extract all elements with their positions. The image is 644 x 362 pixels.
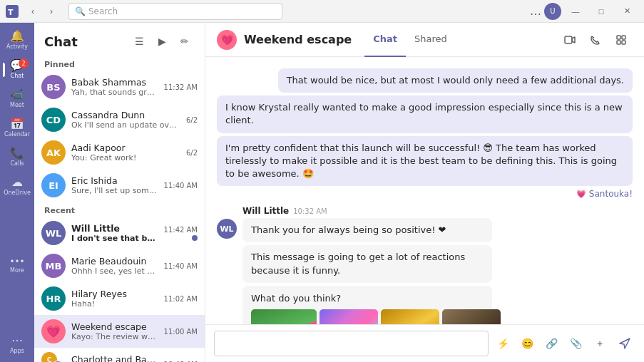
audio-call-header-button[interactable] bbox=[584, 29, 607, 51]
chat-item-weekend[interactable]: 💗 Weekend escape Kayo: The review went r… bbox=[34, 315, 205, 348]
avatar-cassandra: CD bbox=[41, 108, 66, 132]
send-icon bbox=[618, 337, 631, 350]
send-button[interactable] bbox=[614, 333, 635, 354]
sidebar-item-onedrive[interactable]: ☁ OneDrive bbox=[3, 172, 31, 200]
minimize-button[interactable]: — bbox=[564, 4, 587, 19]
chat-item-babak[interactable]: BS Babak Shammas Yah, that sounds great … bbox=[34, 71, 205, 103]
chat-time-eric: 11:40 AM bbox=[164, 182, 198, 190]
sidebar-item-calls[interactable]: 📞 Calls bbox=[3, 143, 31, 171]
apps-icon: ⋯ bbox=[11, 335, 23, 346]
tab-shared-label: Shared bbox=[414, 33, 447, 44]
sidebar-item-chat[interactable]: 💬 Chat 2 bbox=[3, 56, 31, 83]
compose-button[interactable]: ✏ bbox=[175, 31, 195, 51]
chat-item-eric[interactable]: EI Eric Ishida Sure, I'll set up somethi… bbox=[34, 169, 205, 202]
sidebar-item-meet[interactable]: 📹 Meet bbox=[3, 85, 31, 113]
video-call-header-button[interactable] bbox=[558, 29, 581, 51]
image-card: What do you think? bbox=[242, 286, 492, 324]
video-call-button[interactable]: ▶ bbox=[152, 31, 172, 51]
chat-preview-will: I don't see that being an issue, can tak… bbox=[71, 234, 158, 243]
image-thumb-2 bbox=[320, 309, 378, 324]
chat-meta-babak: 11:32 AM bbox=[164, 83, 198, 91]
pinned-section-label: Pinned bbox=[34, 56, 205, 71]
message-input[interactable] bbox=[214, 331, 489, 356]
chat-item-will[interactable]: WL Will Little I don't see that being an… bbox=[34, 217, 205, 249]
chat-time-aadi: 6/2 bbox=[186, 149, 198, 157]
back-button[interactable]: ‹ bbox=[24, 3, 41, 20]
emoji-button[interactable]: 😊 bbox=[517, 333, 537, 353]
chat-preview-aadi: You: Great work! bbox=[71, 153, 180, 162]
maximize-button[interactable]: □ bbox=[590, 4, 613, 19]
search-bar[interactable]: 🔍 Search bbox=[68, 3, 282, 20]
tab-chat[interactable]: Chat bbox=[364, 23, 406, 57]
close-button[interactable]: ✕ bbox=[615, 4, 638, 19]
avatar-hilary: HR bbox=[41, 286, 66, 311]
msg-sender-will: Will Little bbox=[242, 206, 289, 216]
chat-preview-babak: Yah, that sounds great bbox=[71, 88, 158, 97]
chat-time-weekend: 11:00 AM bbox=[164, 328, 198, 336]
more-header-button[interactable] bbox=[610, 29, 633, 51]
svg-rect-6 bbox=[622, 41, 625, 44]
chat-name-babak: Babak Shammas bbox=[71, 77, 158, 88]
chat-preview-eric: Sure, I'll set up something for next wee… bbox=[71, 186, 158, 195]
chat-preview-hilary: Haha! bbox=[71, 299, 158, 309]
sidebar-item-activity[interactable]: 🔔 Activity bbox=[3, 26, 31, 54]
format-button[interactable]: ⚡ bbox=[493, 333, 513, 353]
chat-meta-marie: 11:40 AM bbox=[164, 262, 198, 270]
chat-header-name: Weekend escape bbox=[244, 33, 352, 46]
calls-label: Calls bbox=[10, 160, 24, 167]
chat-list-panel: Chat ☰ ▶ ✏ Pinned BS Babak Shammas Yah, … bbox=[34, 23, 205, 362]
chat-meta-eric: 11:40 AM bbox=[164, 182, 198, 190]
chat-item-marie[interactable]: MB Marie Beaudouin Ohhh I see, yes let m… bbox=[34, 249, 205, 282]
phone-icon bbox=[590, 34, 601, 46]
sidebar-item-calendar[interactable]: 📅 Calendar bbox=[3, 114, 31, 142]
chat-item-hilary[interactable]: HR Hilary Reyes Haha! 11:02 AM bbox=[34, 282, 205, 315]
message-content-will: Will Little 10:32 AM Thank you for alway… bbox=[242, 206, 492, 324]
chat-time-will: 11:42 AM bbox=[164, 226, 198, 234]
message-bubble-will-2: This message is going to get a lot of re… bbox=[242, 245, 492, 282]
chat-time-hilary: 11:02 AM bbox=[164, 295, 198, 303]
avatar-charlotte: C B bbox=[41, 352, 66, 362]
chat-name-will: Will Little bbox=[71, 223, 158, 234]
chat-header: 💗 Weekend escape Chat Shared bbox=[205, 23, 644, 57]
app-body: 🔔 Activity 💬 Chat 2 📹 Meet 📅 Calendar 📞 … bbox=[0, 23, 644, 362]
apps-label: Apps bbox=[10, 348, 24, 354]
unread-indicator-will bbox=[192, 235, 198, 241]
chat-info-will: Will Little I don't see that being an is… bbox=[71, 223, 158, 243]
search-icon: 🔍 bbox=[75, 6, 86, 16]
more-actions-button[interactable]: + bbox=[590, 333, 610, 353]
chat-item-charlotte[interactable]: C B Charlotte and Babak Charlotte: The c… bbox=[34, 348, 205, 362]
chat-header-avatar: 💗 bbox=[217, 30, 237, 50]
chat-info-weekend: Weekend escape Kayo: The review went rea… bbox=[71, 321, 158, 341]
titlebar: T ‹ › 🔍 Search … U — □ ✕ bbox=[0, 0, 644, 23]
meet-label: Meet bbox=[10, 102, 24, 108]
chat-preview-cassandra: Ok I'll send an update over later bbox=[71, 120, 180, 130]
sidebar-item-more[interactable]: ••• More bbox=[3, 253, 31, 278]
more-options-icon[interactable]: … bbox=[530, 4, 541, 18]
onedrive-label: OneDrive bbox=[4, 190, 31, 196]
chat-badge: 2 bbox=[19, 58, 29, 68]
sidebar-item-apps[interactable]: ⋯ Apps bbox=[3, 331, 31, 358]
chat-item-cassandra[interactable]: CD Cassandra Dunn Ok I'll send an update… bbox=[34, 103, 205, 136]
svg-text:T: T bbox=[8, 8, 14, 17]
calendar-label: Calendar bbox=[4, 131, 30, 138]
user-avatar[interactable]: U bbox=[544, 3, 561, 20]
tab-shared[interactable]: Shared bbox=[406, 23, 456, 57]
attach-file-button[interactable]: 📎 bbox=[566, 333, 586, 353]
chat-info-babak: Babak Shammas Yah, that sounds great bbox=[71, 77, 158, 97]
forward-button[interactable]: › bbox=[43, 3, 60, 20]
chat-meta-hilary: 11:02 AM bbox=[164, 295, 198, 303]
avatar-aadi: AK bbox=[41, 140, 66, 165]
chat-main: 💗 Weekend escape Chat Shared bbox=[205, 23, 644, 362]
message-bubble-2: I know Krystal really wanted to make a g… bbox=[217, 95, 633, 133]
chat-name-charlotte: Charlotte and Babak bbox=[71, 354, 158, 362]
chat-time-cassandra: 6/2 bbox=[186, 116, 198, 124]
avatar-will: WL bbox=[41, 221, 66, 245]
messages-area: That would be nice, but at most I would … bbox=[205, 57, 644, 324]
chat-header-tabs: Chat Shared bbox=[364, 23, 456, 57]
chat-meta-aadi: 6/2 bbox=[186, 149, 198, 157]
attach-link-button[interactable]: 🔗 bbox=[541, 333, 561, 353]
filter-button[interactable]: ☰ bbox=[129, 31, 149, 51]
meet-icon: 📹 bbox=[10, 89, 24, 100]
message-input-area: ⚡ 😊 🔗 📎 + bbox=[205, 324, 644, 362]
chat-item-aadi[interactable]: AK Aadi Kapoor You: Great work! 6/2 bbox=[34, 136, 205, 169]
